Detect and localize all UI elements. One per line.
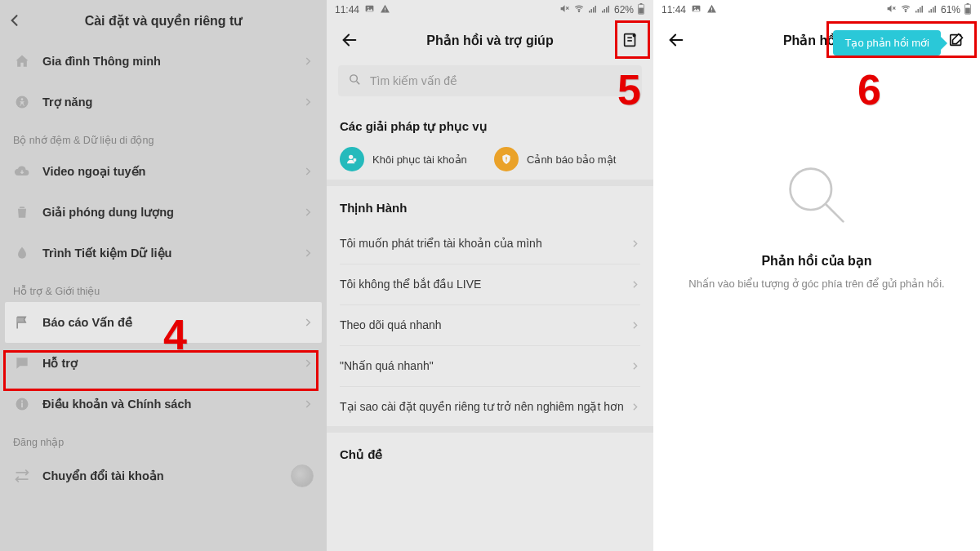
row-label: Gia đình Thông minh — [42, 55, 302, 68]
wifi-icon — [900, 3, 911, 16]
chevron-right-icon — [630, 402, 640, 412]
chat-icon — [13, 354, 31, 372]
avatar — [291, 464, 314, 487]
accessibility-icon — [13, 93, 31, 111]
row-free-space[interactable]: Giải phóng dung lượng — [0, 192, 327, 233]
cell-label: Khôi phục tài khoản — [372, 153, 467, 166]
divider — [327, 426, 653, 433]
section-login: Đăng nhập — [0, 424, 327, 453]
image-icon — [691, 3, 702, 16]
svg-rect-40 — [915, 11, 917, 13]
page-title: Phản hồi và trợ giúp — [366, 33, 614, 48]
drop-icon — [13, 244, 31, 262]
row-offline-video[interactable]: Video ngoại tuyến — [0, 151, 327, 192]
row-accessibility[interactable]: Trợ năng — [0, 82, 327, 122]
search-input[interactable]: Tìm kiếm vấn đề — [338, 65, 642, 96]
warning-icon — [380, 3, 390, 16]
compose-button[interactable] — [614, 31, 647, 49]
svg-line-54 — [826, 205, 844, 222]
signal-icon — [915, 4, 924, 16]
battery-text: 62% — [614, 4, 634, 16]
trend-row[interactable]: Tại sao cài đặt quyền riêng tư trở nên n… — [327, 387, 653, 427]
wifi-icon — [573, 3, 585, 16]
svg-rect-41 — [917, 9, 919, 13]
chevron-right-icon — [302, 56, 314, 67]
signal-icon — [588, 4, 598, 16]
magnifier-icon — [780, 158, 853, 232]
svg-rect-35 — [711, 7, 712, 10]
mute-icon — [886, 3, 897, 16]
signal-icon — [928, 4, 938, 16]
chevron-right-icon — [302, 166, 314, 177]
trend-label: Theo dõi quá nhanh — [340, 318, 630, 333]
row-smart-family[interactable]: Gia đình Thông minh — [0, 41, 327, 82]
shield-icon — [494, 147, 519, 171]
svg-rect-42 — [920, 7, 921, 13]
svg-rect-12 — [589, 11, 590, 13]
trend-row[interactable]: Tôi muốn phát triển tài khoản của mình — [327, 224, 653, 264]
svg-rect-13 — [590, 9, 592, 13]
svg-point-30 — [349, 155, 353, 159]
self-serve-security[interactable]: Cảnh báo bảo mật — [494, 147, 640, 171]
svg-rect-46 — [933, 7, 934, 13]
status-time: 11:44 — [662, 4, 686, 16]
svg-rect-21 — [640, 3, 643, 4]
status-bar: 11:44 62% — [327, 0, 653, 20]
search-placeholder: Tìm kiếm vấn đề — [370, 74, 457, 87]
row-label: Chuyển đổi tài khoản — [42, 469, 291, 482]
status-time: 11:44 — [335, 4, 359, 16]
trend-row[interactable]: Tôi không thể bắt đầu LIVE — [327, 264, 653, 304]
battery-icon — [637, 3, 645, 17]
settings-panel: Cài đặt và quyền riêng tư Gia đình Thông… — [0, 0, 327, 551]
svg-point-39 — [905, 11, 906, 11]
svg-point-6 — [368, 7, 369, 9]
user-shield-icon — [340, 147, 364, 171]
svg-rect-22 — [639, 7, 644, 13]
svg-rect-49 — [967, 3, 969, 4]
trend-row[interactable]: "Nhấn quá nhanh" — [327, 346, 653, 386]
svg-rect-7 — [385, 7, 385, 10]
section-cache: Bộ nhớ đệm & Dữ liệu di động — [0, 122, 327, 151]
svg-rect-50 — [965, 7, 970, 13]
feedback-empty-panel: 11:44 61% Phản hồi c Tạo ph — [653, 0, 980, 551]
svg-rect-45 — [930, 9, 932, 13]
tooltip-new-feedback: Tạo phản hồi mới — [833, 30, 941, 56]
svg-rect-3 — [21, 402, 23, 407]
row-data-saver[interactable]: Trình Tiết kiệm Dữ liệu — [0, 233, 327, 273]
trend-row[interactable]: Theo dõi quá nhanh — [327, 305, 653, 345]
page-title: Cài đặt và quyền riêng tư — [39, 13, 287, 29]
flag-icon — [13, 313, 31, 331]
svg-point-27 — [633, 34, 635, 36]
svg-rect-47 — [934, 6, 936, 13]
back-button[interactable] — [660, 31, 693, 49]
empty-text: Nhấn vào biểu tượng ở góc phía trên để g… — [656, 277, 977, 291]
section-topic: Chủ đề — [327, 433, 653, 470]
svg-rect-31 — [506, 157, 506, 159]
chevron-right-icon — [302, 207, 314, 218]
chevron-right-icon — [302, 358, 314, 369]
step-number: 6 — [858, 65, 881, 114]
svg-point-36 — [711, 11, 712, 11]
chevron-right-icon — [630, 361, 640, 371]
back-button[interactable] — [333, 31, 366, 49]
self-serve-recover[interactable]: Khôi phục tài khoản — [340, 147, 486, 171]
svg-point-34 — [694, 7, 696, 9]
row-terms[interactable]: Điều khoản và Chính sách — [0, 384, 327, 424]
cloud-down-icon — [13, 162, 31, 180]
chevron-right-icon — [630, 279, 640, 290]
battery-text: 61% — [941, 4, 960, 16]
cell-label: Cảnh báo bảo mật — [527, 153, 616, 166]
row-switch-account[interactable]: Chuyển đổi tài khoản — [0, 453, 327, 499]
warning-icon — [706, 3, 717, 16]
search-icon — [348, 73, 362, 89]
trend-label: "Nhấn quá nhanh" — [340, 358, 630, 374]
trend-label: Tôi không thể bắt đầu LIVE — [340, 277, 630, 292]
svg-rect-19 — [608, 6, 609, 13]
svg-rect-16 — [602, 11, 604, 13]
trash-icon — [13, 203, 31, 221]
back-button[interactable] — [7, 12, 39, 29]
empty-heading: Phản hồi của bạn — [761, 253, 871, 269]
trend-label: Tại sao cài đặt quyền riêng tư trở nên n… — [340, 399, 630, 415]
switch-icon — [13, 467, 31, 485]
empty-state: Phản hồi của bạn Nhấn vào biểu tượng ở g… — [653, 60, 980, 291]
